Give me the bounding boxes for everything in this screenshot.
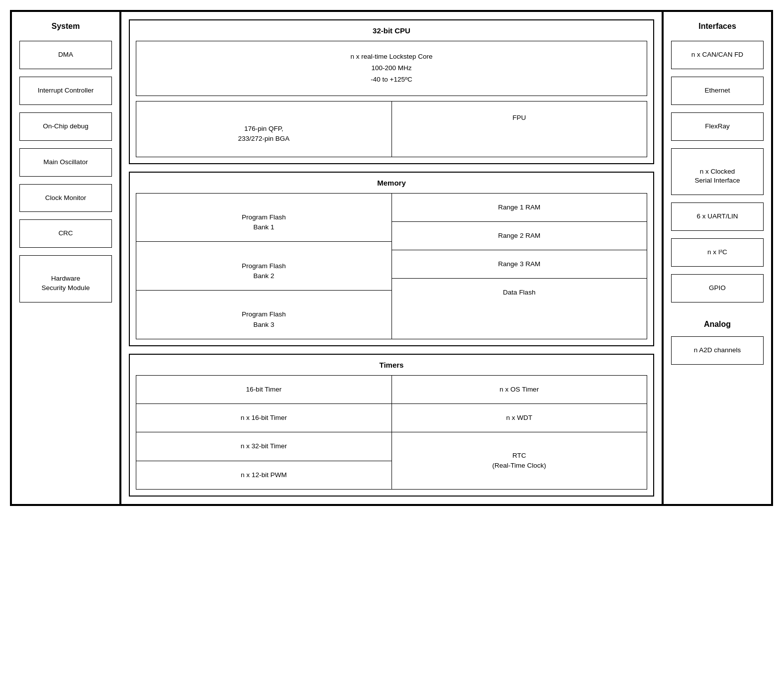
memory-title: Memory (136, 179, 647, 187)
system-diagram: System DMA Interrupt Controller On-Chip … (10, 10, 773, 506)
iface-uart-lin: 6 x UART/LIN (671, 202, 764, 231)
sys-item-on-chip-debug: On-Chip debug (19, 112, 112, 141)
iface-flexray: FlexRay (671, 112, 764, 141)
memory-grid: Program Flash Bank 1 Program Flash Bank … (136, 193, 647, 339)
memory-range3-ram: Range 3 RAM (392, 250, 647, 279)
timer-wdt: n x WDT (392, 404, 647, 432)
timers-grid: 16-bit Timer n x 16-bit Timer n x 32-bit… (136, 375, 647, 490)
analog-title: Analog (671, 320, 764, 329)
cpu-core-line3: -40 to +125ºC (141, 74, 642, 86)
system-title: System (19, 22, 112, 31)
timer-16bit: 16-bit Timer (136, 376, 392, 404)
system-column: System DMA Interrupt Controller On-Chip … (11, 11, 120, 505)
memory-data-flash: Data Flash (392, 279, 647, 306)
memory-left-col: Program Flash Bank 1 Program Flash Bank … (136, 194, 392, 339)
sys-item-hsm: Hardware Security Module (19, 255, 112, 302)
memory-flash-bank3: Program Flash Bank 3 (136, 291, 392, 339)
timer-nx32bit: n x 32-bit Timer (136, 432, 392, 461)
iface-can: n x CAN/CAN FD (671, 41, 764, 69)
cpu-fpu-box: FPU (392, 101, 647, 157)
cpu-core-box: n x real-time Lockstep Core 100-200 MHz … (136, 41, 647, 96)
memory-flash-bank2: Program Flash Bank 2 (136, 242, 392, 291)
timers-right-col: n x OS Timer n x WDT RTC (Real-Time Cloc… (392, 376, 647, 489)
timer-nx16bit: n x 16-bit Timer (136, 404, 392, 432)
iface-gpio: GPIO (671, 274, 764, 302)
cpu-core-line2: 100-200 MHz (141, 63, 642, 74)
memory-range2-ram: Range 2 RAM (392, 222, 647, 250)
timers-section: Timers 16-bit Timer n x 16-bit Timer n x… (129, 354, 654, 497)
sys-item-crc: CRC (19, 219, 112, 248)
memory-flash-bank1: Program Flash Bank 1 (136, 194, 392, 242)
sys-item-clock-monitor: Clock Monitor (19, 184, 112, 212)
iface-clocked-serial: n x Clocked Serial Interface (671, 148, 764, 196)
interfaces-column: Interfaces n x CAN/CAN FD Ethernet FlexR… (663, 11, 772, 505)
cpu-bottom-row: 176-pin QFP, 233/272-pin BGA FPU (136, 101, 647, 157)
cpu-package-box: 176-pin QFP, 233/272-pin BGA (136, 101, 392, 157)
interfaces-title: Interfaces (671, 22, 764, 31)
timers-left-col: 16-bit Timer n x 16-bit Timer n x 32-bit… (136, 376, 392, 489)
timers-title: Timers (136, 361, 647, 369)
sys-item-interrupt-controller: Interrupt Controller (19, 77, 112, 105)
memory-right-col: Range 1 RAM Range 2 RAM Range 3 RAM Data… (392, 194, 647, 339)
timer-rtc: RTC (Real-Time Clock) (392, 432, 647, 489)
timer-os-timer: n x OS Timer (392, 376, 647, 404)
sys-item-main-oscillator: Main Oscillator (19, 148, 112, 177)
timer-nx12bit-pwm: n x 12-bit PWM (136, 461, 392, 489)
center-column: 32-bit CPU n x real-time Lockstep Core 1… (120, 11, 663, 505)
memory-range1-ram: Range 1 RAM (392, 194, 647, 222)
cpu-section: 32-bit CPU n x real-time Lockstep Core 1… (129, 19, 654, 164)
iface-ethernet: Ethernet (671, 77, 764, 105)
cpu-core-line1: n x real-time Lockstep Core (141, 51, 642, 63)
memory-section: Memory Program Flash Bank 1 Program Flas… (129, 172, 654, 346)
sys-item-dma: DMA (19, 41, 112, 69)
cpu-title: 32-bit CPU (136, 26, 647, 35)
analog-a2d: n A2D channels (671, 336, 764, 365)
iface-i2c: n x I²C (671, 238, 764, 267)
